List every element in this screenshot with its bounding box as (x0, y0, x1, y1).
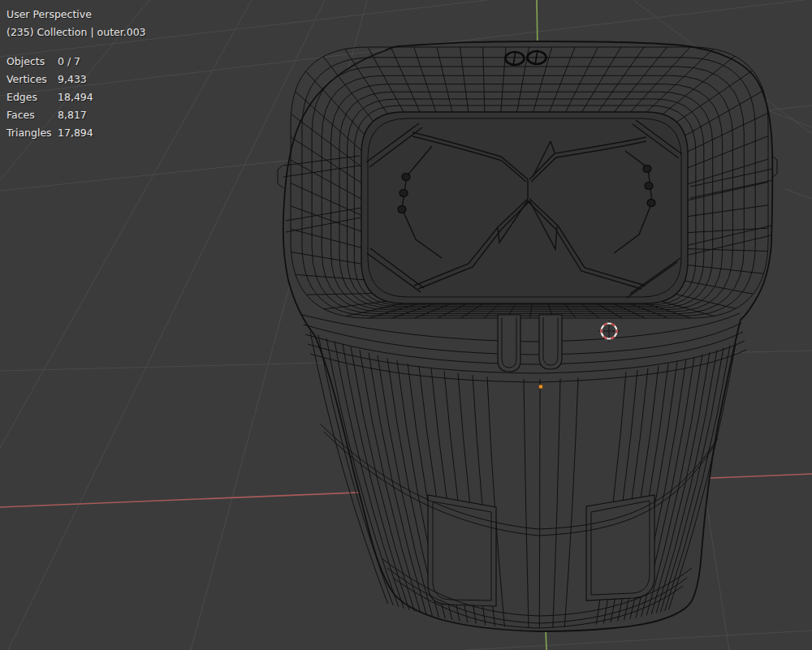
stat-value: 9,433 (58, 73, 87, 85)
stat-row: Objects0 / 7 (6, 55, 93, 73)
view-name: User Perspective (6, 8, 92, 20)
stat-row: Edges18,494 (6, 91, 93, 109)
stat-row: Faces8,817 (6, 109, 93, 127)
stats-panel: Objects0 / 7 Vertices9,433 Edges18,494 F… (6, 55, 93, 144)
stat-value: 0 / 7 (58, 55, 80, 67)
top-face (361, 112, 688, 303)
stat-label: Triangles (6, 127, 58, 139)
stat-label: Edges (6, 91, 58, 103)
stat-row: Triangles17,894 (6, 127, 93, 144)
y-axis-line-bottom (546, 629, 546, 650)
collection-breadcrumb: (235) Collection | outer.003 (6, 26, 146, 38)
stat-label: Vertices (6, 73, 58, 85)
viewport-3d[interactable]: User Perspective (235) Collection | oute… (0, 0, 812, 650)
stat-value: 17,894 (58, 127, 93, 139)
object-origin-dot (539, 385, 543, 389)
stat-label: Objects (6, 55, 58, 67)
stat-value: 8,817 (58, 109, 87, 121)
y-axis-line-top (537, 0, 538, 41)
stat-value: 18,494 (58, 91, 93, 103)
stat-label: Faces (6, 109, 58, 121)
stat-row: Vertices9,433 (6, 73, 93, 91)
